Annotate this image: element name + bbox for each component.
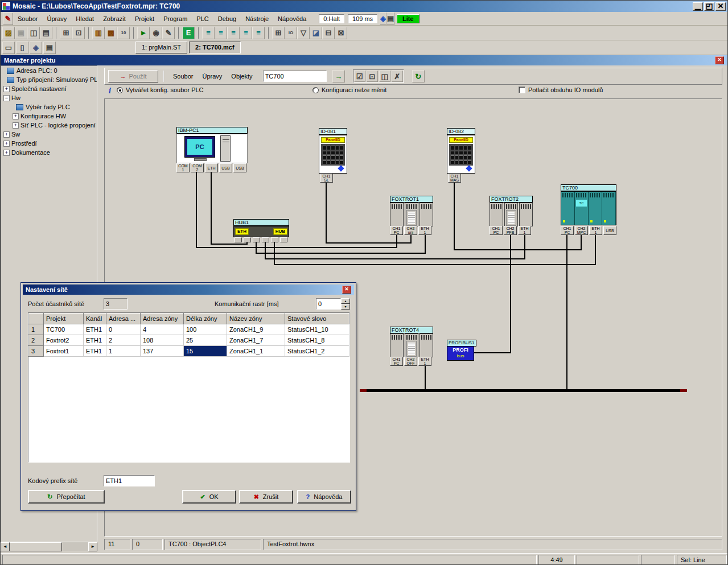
recalculate-button[interactable]: ↻ Přepočítat (28, 490, 105, 504)
table-cell[interactable]: ETH1 (84, 324, 106, 335)
tree-item[interactable]: Adresa PLC: 0 (1, 66, 97, 75)
port-ch2-pfb[interactable]: CH2PFB (504, 226, 517, 235)
table-cell[interactable]: TC700 (44, 324, 84, 335)
hub-port[interactable] (253, 237, 260, 242)
run-icon[interactable]: ► (137, 27, 150, 39)
help-button[interactable]: ? Nápověda (297, 490, 351, 504)
config-menu-objekty[interactable]: Objekty (227, 71, 257, 81)
view-cross-icon[interactable]: ≡ (240, 27, 252, 39)
hub-port[interactable] (271, 237, 278, 242)
hub-port[interactable] (244, 237, 251, 242)
table-cell[interactable]: 15 (184, 346, 227, 357)
port-ch2-off[interactable]: CH2OFF (404, 357, 417, 366)
tree-item[interactable]: Výběr řady PLC (1, 102, 97, 112)
compile-all-icon[interactable]: ▩ (105, 27, 117, 39)
dialog-close-icon[interactable]: ✕ (342, 286, 351, 294)
open-project-icon[interactable]: ▨ (2, 27, 15, 39)
tab-2-tc700-mcf[interactable]: 2: TC700.mcf (189, 42, 240, 53)
row-number-cell[interactable]: 1 (29, 324, 44, 335)
printer-status-icon[interactable]: ▤ (386, 13, 394, 25)
new-object-icon[interactable]: ⊞ (60, 27, 72, 39)
device-ibm-pc1[interactable]: IBM-PC1 PC COM1COM2ETHUSBUSB (176, 127, 248, 134)
view-var-icon[interactable]: ≡ (215, 27, 227, 39)
apply-button[interactable]: → Použít (108, 70, 158, 83)
menu-soubor[interactable]: Soubor (13, 14, 42, 24)
lite-mode-badge[interactable]: Lite (397, 14, 419, 23)
view-pou-icon[interactable]: ≡ (202, 27, 215, 39)
table-cell[interactable]: 4 (141, 324, 184, 335)
verify-objects-icon[interactable]: ☑ (354, 71, 365, 82)
print-icon[interactable]: ▤ (40, 27, 52, 39)
hub-port[interactable] (262, 237, 269, 242)
menu-nástroje[interactable]: Nástroje (241, 14, 273, 24)
radio-config-readonly[interactable] (312, 87, 319, 93)
row-number-cell[interactable]: 2 (29, 335, 44, 346)
delete-config-icon[interactable]: ✗ (392, 71, 403, 82)
tree-item[interactable]: +Dokumentace (1, 148, 97, 157)
tree-item[interactable]: +Společná nastavení (1, 84, 97, 93)
table-cell[interactable]: ETH1 (84, 346, 106, 357)
menu-nápověda[interactable]: Nápověda (273, 14, 311, 24)
tree-item[interactable]: −Hw (1, 93, 97, 102)
library-icon[interactable]: ▤ (43, 42, 56, 54)
editor-e-icon[interactable]: E (182, 27, 195, 39)
port-ch1-pc[interactable]: CH1PC (390, 357, 403, 366)
table-cell[interactable]: 1 (106, 346, 141, 357)
restore-icon[interactable]: ◰ (704, 2, 714, 11)
view-list-icon[interactable]: ≡ (252, 27, 265, 39)
send-config-icon[interactable]: → (332, 70, 345, 83)
panel-close-icon[interactable]: ✕ (715, 56, 724, 64)
port-usb[interactable]: USB (219, 163, 232, 172)
table-cell[interactable]: StatusCH1_2 (285, 346, 349, 357)
cancel-button[interactable]: ✖ Zrušit (239, 490, 293, 504)
prefix-field[interactable] (104, 475, 155, 486)
source-code-icon[interactable]: 10 (117, 27, 130, 39)
ok-button[interactable]: ✔ OK (182, 490, 236, 504)
table-cell[interactable]: StatusCH1_8 (285, 335, 349, 346)
scroll-thumb[interactable] (10, 542, 62, 551)
copy-object-icon[interactable]: ⊡ (72, 27, 85, 39)
tree-item[interactable]: +Síť PLC - logické propojení (1, 121, 97, 130)
menu-debug[interactable]: Debug (213, 14, 241, 24)
tab-1-prgmain-st[interactable]: 1: prgMain.ST (135, 42, 187, 53)
scroll-left-icon[interactable]: ◂ (1, 542, 10, 551)
port-eth-1[interactable]: ETH1 (518, 226, 531, 235)
save-icon[interactable]: ▣ (15, 27, 27, 39)
view-mixed-icon[interactable]: ≡ (227, 27, 240, 39)
table-cell[interactable]: 100 (184, 324, 227, 335)
menu-úpravy[interactable]: Úpravy (42, 14, 71, 24)
table-cell[interactable]: StatusCH1_10 (285, 324, 349, 335)
raster-spinner[interactable]: ▴ ▾ (341, 298, 350, 310)
participants-field[interactable] (104, 298, 127, 310)
tree-expander-icon[interactable]: + (3, 86, 10, 92)
menu-projekt[interactable]: Projekt (130, 14, 159, 24)
table-column-header[interactable] (29, 314, 44, 324)
table-cell[interactable]: ZonaCH1_1 (227, 346, 285, 357)
menu-plc[interactable]: PLC (192, 14, 213, 24)
io-setup-icon[interactable]: IO (285, 27, 297, 39)
tree-item[interactable]: +Prostředí (1, 139, 97, 148)
row-number-cell[interactable]: 3 (29, 346, 44, 357)
print-preview-icon[interactable]: ◫ (27, 27, 40, 39)
table-column-header[interactable]: Stavové slovo (285, 314, 349, 324)
tree-item[interactable]: +Sw (1, 130, 97, 139)
tree-expander-icon[interactable]: − (3, 95, 10, 101)
filter-icon[interactable]: ▽ (297, 27, 310, 39)
table-cell[interactable]: ETH1 (84, 335, 106, 346)
table-cell[interactable]: 2 (106, 335, 141, 346)
device-tc700[interactable]: TC700 TC 700 CH1PCCH2MPCETH1USB (561, 184, 616, 191)
paste-config-icon[interactable]: ◫ (379, 71, 390, 82)
halt-icon[interactable]: ◉ (150, 27, 162, 39)
scroll-right-icon[interactable]: ▸ (88, 542, 97, 551)
port-ch1-pc[interactable]: CH1PC (490, 226, 503, 235)
config-menu-úpravy[interactable]: Úpravy (198, 71, 227, 81)
port-eth-1[interactable]: ETH1 (418, 226, 431, 235)
radio-create-config[interactable] (117, 87, 123, 93)
table-cell[interactable]: Foxtrot2 (44, 335, 84, 346)
port-eth-1[interactable]: ETH1 (589, 226, 602, 235)
tree-expander-icon[interactable]: + (3, 150, 10, 156)
hub-port[interactable] (280, 237, 287, 242)
table-cell[interactable]: 108 (141, 335, 184, 346)
hw-image-icon[interactable]: ◪ (310, 27, 322, 39)
table-cell[interactable]: ZonaCH1_9 (227, 324, 285, 335)
